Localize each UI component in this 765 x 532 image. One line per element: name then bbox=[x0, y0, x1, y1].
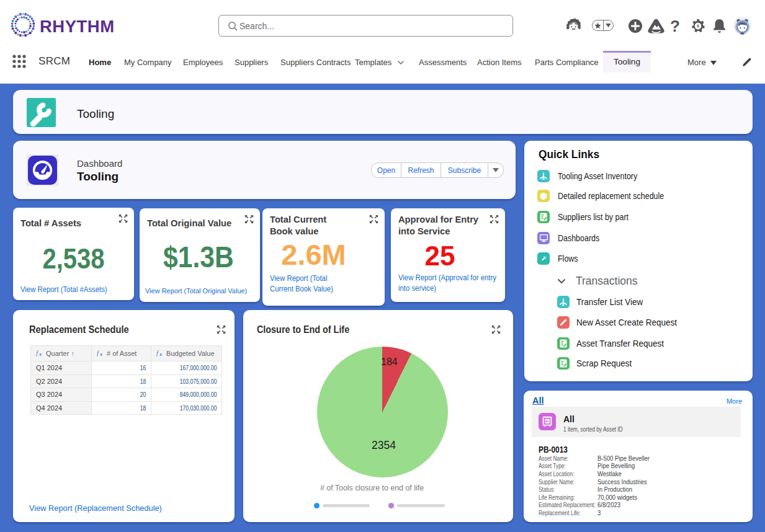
svg-text:f: f bbox=[97, 350, 100, 357]
svg-text:f: f bbox=[36, 350, 39, 357]
svg-text:x: x bbox=[39, 352, 42, 357]
svg-text:x: x bbox=[100, 352, 102, 357]
svg-text:f: f bbox=[156, 350, 159, 357]
svg-text:x: x bbox=[159, 352, 162, 357]
